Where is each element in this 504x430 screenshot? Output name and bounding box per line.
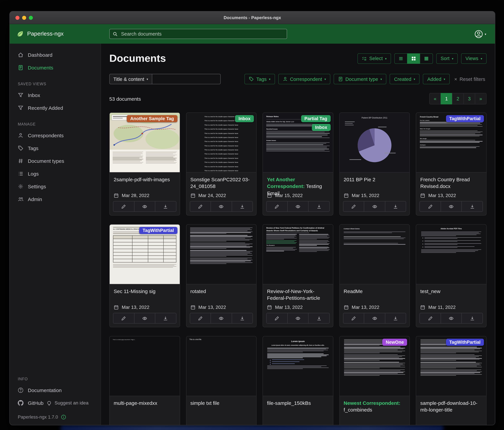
view-button[interactable] xyxy=(134,201,155,212)
edit-button[interactable] xyxy=(190,313,211,323)
document-title[interactable]: file-sample_150kBs xyxy=(267,400,329,407)
document-card[interactable]: Release NotesSimba ODBC Driver for SQL S… xyxy=(262,112,333,215)
document-thumbnail[interactable]: Lorem ipsumLorem ipsum dolor sit amet, c… xyxy=(263,336,333,396)
edit-button[interactable] xyxy=(420,201,441,212)
sidebar-item-recently-added[interactable]: Recently Added xyxy=(10,101,101,114)
document-card[interactable]: TagWithPartialsample-pdf-download-10-mb-… xyxy=(416,336,486,425)
zoom-window-button[interactable] xyxy=(29,16,33,20)
document-title[interactable]: multi-page-mixedxx xyxy=(114,400,176,407)
sidebar-item-correspondents[interactable]: Correspondents xyxy=(10,129,101,142)
document-type-filter-dropdown[interactable]: Document type ▾ xyxy=(334,74,386,84)
document-card[interactable]: Another Sample Tag2sample-pdf-with-image… xyxy=(109,112,180,215)
view-button[interactable] xyxy=(287,201,308,212)
view-button[interactable] xyxy=(287,313,308,323)
edit-button[interactable] xyxy=(420,313,441,323)
tag-badge[interactable]: Inbox xyxy=(312,124,331,131)
document-thumbnail[interactable] xyxy=(186,224,256,284)
document-title[interactable]: French Country Bread Revised.docx xyxy=(420,176,482,190)
edit-button[interactable] xyxy=(343,313,364,323)
views-dropdown[interactable]: Views ▾ xyxy=(461,53,486,64)
minimize-window-button[interactable] xyxy=(22,16,26,20)
pagination-page-2[interactable]: 2 xyxy=(452,93,464,104)
document-card[interactable]: NewOneNewest Correspondent: f_combineds xyxy=(339,336,410,425)
view-button[interactable] xyxy=(364,201,385,212)
download-button[interactable] xyxy=(385,201,406,212)
document-title[interactable]: Sec 11-Missing sig xyxy=(114,288,176,295)
document-title[interactable]: Review-of-New-York-Federal-Petitions-art… xyxy=(267,288,329,302)
grid-view-button[interactable] xyxy=(407,53,420,64)
download-button[interactable] xyxy=(462,201,483,212)
sidebar-item-document-types[interactable]: Document types xyxy=(10,154,101,167)
info-circle-icon[interactable] xyxy=(61,415,66,420)
edit-button[interactable] xyxy=(343,201,364,212)
document-thumbnail[interactable]: Contact Sheet Demo xyxy=(340,224,410,284)
document-card[interactable]: Contact Sheet DemoReadMeMar 13, 2022 xyxy=(339,224,410,327)
edit-button[interactable] xyxy=(267,201,287,212)
document-title[interactable]: Sonstige ScanPC2022 03-24_081058 xyxy=(190,176,252,190)
download-button[interactable] xyxy=(308,201,329,212)
document-title[interactable]: simple txt file xyxy=(190,400,252,407)
sidebar-item-documentation[interactable]: Documentation xyxy=(10,384,101,396)
view-button[interactable] xyxy=(211,201,232,212)
edit-button[interactable] xyxy=(190,201,211,212)
filter-text-input[interactable] xyxy=(152,74,221,84)
document-thumbnail[interactable]: Patient BP Distribution 2011 xyxy=(340,113,410,173)
sidebar-item-admin[interactable]: Admin xyxy=(10,193,101,206)
sidebar-item-settings[interactable]: Settings xyxy=(10,180,101,193)
tag-badge[interactable]: NewOne xyxy=(382,339,407,346)
detail-view-button[interactable] xyxy=(420,53,433,64)
download-button[interactable] xyxy=(385,313,406,323)
search-input[interactable] xyxy=(120,31,284,37)
created-filter-dropdown[interactable]: Created ▾ xyxy=(390,74,420,84)
list-view-button[interactable] xyxy=(394,53,407,64)
view-button[interactable] xyxy=(134,313,155,323)
document-thumbnail[interactable]: Adobe Acrobat PDF Files xyxy=(416,224,486,284)
pagination-prev[interactable]: « xyxy=(429,93,441,104)
title-content-dropdown[interactable]: Title & content ▾ xyxy=(109,74,152,84)
added-filter-dropdown[interactable]: Added ▾ xyxy=(423,74,450,84)
brand[interactable]: Paperless-ngx xyxy=(17,30,109,37)
search-bar[interactable] xyxy=(109,29,287,39)
document-card[interactable]: This is a test for the double space char… xyxy=(186,112,257,215)
document-title[interactable]: sample-pdf-download-10-mb-longer-title xyxy=(420,400,482,413)
correspondent-link[interactable]: Newest Correspondent: xyxy=(344,400,400,406)
download-button[interactable] xyxy=(232,201,252,212)
document-title[interactable]: test_new xyxy=(420,288,482,295)
document-card[interactable]: Lorem ipsumLorem ipsum dolor sit amet, c… xyxy=(262,336,333,425)
sidebar-item-suggest-idea[interactable]: Suggest an idea xyxy=(46,400,88,406)
document-title[interactable]: ReadMe xyxy=(344,288,405,295)
close-window-button[interactable] xyxy=(15,16,19,20)
correspondent-filter-dropdown[interactable]: Correspondent ▾ xyxy=(278,74,330,84)
download-button[interactable] xyxy=(232,313,252,323)
tag-badge[interactable]: Partial Tag xyxy=(301,115,331,122)
tag-badge[interactable]: Another Sample Tag xyxy=(127,115,177,122)
tag-badge[interactable]: TagWithPartial xyxy=(446,115,484,122)
document-card[interactable]: This is a test file.simple txt file xyxy=(186,336,257,425)
document-title[interactable]: 2sample-pdf-with-images xyxy=(114,176,176,183)
view-button[interactable] xyxy=(441,313,462,323)
edit-button[interactable] xyxy=(113,201,134,212)
download-button[interactable] xyxy=(308,313,329,323)
edit-button[interactable] xyxy=(267,313,287,323)
document-thumbnail[interactable]: Review of New York Federal Petitions for… xyxy=(263,224,333,284)
pagination-page-3[interactable]: 3 xyxy=(463,93,475,104)
document-title[interactable]: 2011 BP Pie 2 xyxy=(344,176,405,183)
document-title[interactable]: Newest Correspondent: f_combineds xyxy=(344,400,405,413)
view-button[interactable] xyxy=(364,313,385,323)
sidebar-item-documents[interactable]: Documents xyxy=(10,61,101,74)
pagination-page-1[interactable]: 1 xyxy=(441,93,452,104)
sidebar-item-logs[interactable]: Logs xyxy=(10,167,101,180)
tag-badge[interactable]: TagWithPartial xyxy=(139,227,177,234)
sidebar-item-inbox[interactable]: Inbox xyxy=(10,89,101,101)
edit-button[interactable] xyxy=(113,313,134,323)
reset-filters-button[interactable]: × Reset filters xyxy=(453,76,486,82)
sidebar-item-dashboard[interactable]: Dashboard xyxy=(10,48,101,61)
pagination-next[interactable]: » xyxy=(475,93,486,104)
document-card[interactable]: Review of New York Federal Petitions for… xyxy=(262,224,333,327)
sidebar-item-github[interactable]: GitHub xyxy=(10,396,46,409)
document-card[interactable]: 11. CONTINUING MEDICAL EDUCATagWithParti… xyxy=(109,224,180,327)
document-card[interactable]: Adobe Acrobat PDF Filestest_newMar 11, 2… xyxy=(416,224,486,327)
download-button[interactable] xyxy=(155,201,176,212)
sort-dropdown[interactable]: Sort ▾ xyxy=(436,53,458,64)
document-thumbnail[interactable]: This is a test file. xyxy=(186,336,256,396)
